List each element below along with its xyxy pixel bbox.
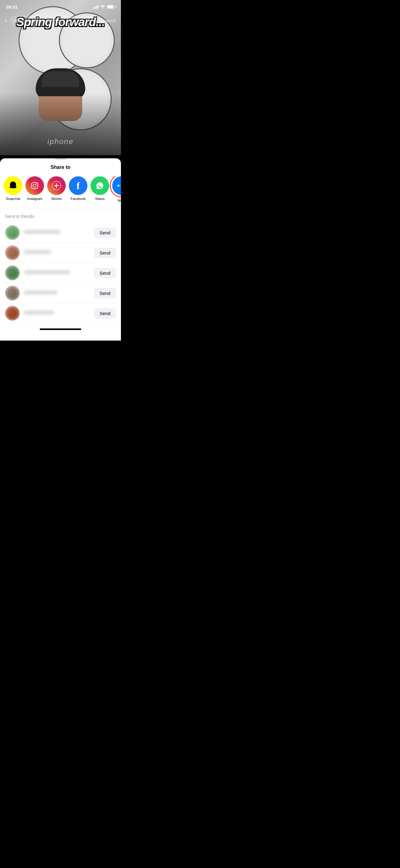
friend-row: Send	[5, 223, 116, 243]
friend-avatar-4	[5, 286, 20, 301]
dark-overlay	[0, 93, 121, 155]
facebook-icon: f	[69, 176, 88, 195]
time-display: 09:41	[6, 4, 18, 10]
send-button-4[interactable]: Send	[94, 288, 116, 298]
friend-info-3	[24, 270, 90, 276]
snapchat-icon	[4, 176, 22, 195]
search-label[interactable]: Search	[101, 18, 116, 23]
snapchat-ghost-icon	[7, 180, 19, 191]
facebook-icon-wrapper: f	[69, 176, 88, 195]
send-button-3[interactable]: Send	[94, 268, 116, 278]
svg-point-3	[33, 184, 36, 187]
more-label: More	[118, 199, 121, 203]
more-highlight-ring	[110, 176, 121, 197]
content-area: Spring forward... iphone ‹ im doing my p…	[0, 0, 121, 155]
search-bar[interactable]: im doing my part	[10, 16, 98, 26]
snapchat-label: Snapchat	[6, 197, 20, 200]
friend-avatar-5	[5, 306, 20, 321]
search-icon	[14, 18, 18, 23]
send-friends-title: Send to friends	[5, 214, 116, 219]
stories-plus-icon	[51, 180, 62, 191]
instagram-label: Instagram	[27, 197, 42, 200]
share-app-facebook[interactable]: f Facebook	[68, 176, 89, 200]
share-app-instagram[interactable]: Instagram	[24, 176, 45, 200]
facebook-f-icon: f	[76, 180, 80, 191]
send-button-1[interactable]: Send	[94, 227, 116, 238]
friend-name-blur	[24, 250, 52, 254]
watermark: iphone	[0, 137, 121, 146]
friend-name-blur	[24, 270, 70, 274]
friend-info-5	[24, 310, 90, 316]
share-app-status[interactable]: Status	[89, 176, 110, 200]
home-indicator	[40, 329, 81, 330]
friend-row: Send	[5, 283, 116, 303]
svg-point-4	[37, 183, 37, 184]
stories-icon-wrapper	[47, 176, 66, 195]
friend-avatar-3	[5, 266, 20, 280]
stories-label: Stories	[51, 197, 62, 200]
battery-icon	[107, 5, 115, 9]
instagram-icon	[26, 176, 44, 195]
friend-info-1	[24, 230, 90, 235]
share-sheet: Share to Snapchat	[0, 158, 121, 341]
share-apps-row: Snapchat Instagram	[0, 176, 121, 209]
search-query: im doing my part	[20, 18, 50, 23]
send-button-2[interactable]: Send	[94, 248, 116, 258]
more-icon-wrapper	[112, 176, 121, 195]
friend-name-blur	[24, 230, 61, 234]
status-icons	[93, 5, 115, 9]
friend-row: Send	[5, 263, 116, 283]
stories-icon	[47, 176, 66, 195]
share-app-stories[interactable]: Stories	[46, 176, 67, 200]
whatsapp-icon-svg	[95, 180, 105, 191]
send-button-5[interactable]: Send	[94, 308, 116, 318]
share-app-snapchat[interactable]: Snapchat	[2, 176, 24, 200]
facebook-label: Facebook	[71, 197, 86, 200]
friend-row: Send	[5, 303, 116, 323]
whatsapp-status-icon	[91, 176, 109, 195]
svg-line-1	[17, 22, 18, 22]
friend-avatar-1	[5, 225, 20, 240]
share-title: Share to	[0, 164, 121, 170]
friend-avatar-2	[5, 245, 20, 260]
friend-info-2	[24, 250, 90, 255]
friend-name-blur	[24, 310, 55, 315]
signal-icon	[93, 5, 98, 9]
instagram-icon-wrapper	[26, 176, 44, 195]
snapchat-icon-wrapper	[4, 176, 22, 195]
send-friends-section: Send to friends Send Send	[0, 214, 121, 323]
instagram-camera-icon	[30, 181, 39, 190]
status-bar: 09:41	[0, 0, 121, 14]
friend-name-blur	[24, 290, 58, 294]
wifi-icon	[100, 5, 105, 9]
share-app-more[interactable]: More	[111, 176, 121, 203]
friend-info-4	[24, 290, 90, 296]
search-overlay: ‹ im doing my part Search	[0, 14, 121, 27]
divider	[0, 209, 121, 209]
helmet-visor	[42, 71, 79, 87]
sheet-handle	[55, 158, 66, 160]
back-button[interactable]: ‹	[5, 17, 7, 25]
status-label: Status	[95, 197, 104, 200]
friend-row: Send	[5, 243, 116, 263]
status-icon-wrapper	[91, 176, 109, 195]
